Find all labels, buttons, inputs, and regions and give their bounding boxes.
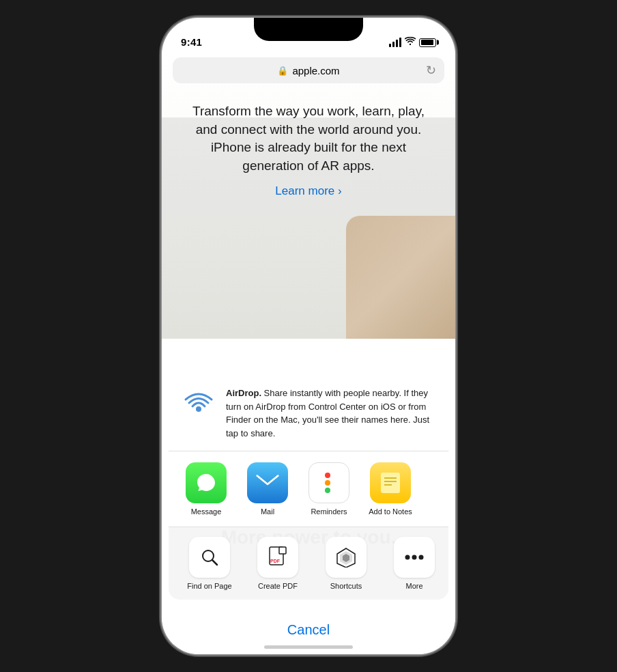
lock-icon: 🔒 — [277, 66, 288, 76]
airdrop-title: AirDrop. — [226, 388, 261, 398]
svg-point-1 — [196, 406, 201, 412]
screen: 9:41 — [162, 18, 455, 654]
signal-bar-1 — [389, 44, 391, 47]
reload-button[interactable]: ↻ — [426, 63, 436, 78]
message-app-icon — [186, 462, 227, 503]
svg-line-9 — [212, 560, 217, 565]
action-more[interactable]: More — [380, 537, 448, 590]
signal-bar-4 — [399, 38, 401, 47]
reminder-line-3 — [325, 488, 333, 493]
reminder-dot-1 — [325, 473, 330, 478]
svg-point-16 — [405, 555, 410, 560]
notch — [254, 18, 363, 41]
reminder-dot-3 — [325, 488, 330, 493]
airdrop-description: AirDrop. Share instantly with people nea… — [226, 387, 436, 440]
find-on-page-icon — [189, 537, 230, 578]
notes-app-label: Add to Notes — [369, 507, 412, 516]
airdrop-icon — [181, 387, 216, 422]
reminders-app-label: Reminders — [311, 507, 347, 516]
svg-rect-11 — [279, 547, 286, 554]
reminders-icon-inner — [319, 467, 339, 499]
wifi-icon — [405, 37, 416, 48]
share-apps-row: Message Mail — [169, 451, 448, 527]
share-app-message[interactable]: Message — [175, 462, 237, 516]
more-icon — [394, 537, 435, 578]
reminder-line-1 — [325, 473, 333, 478]
notes-app-icon — [370, 462, 411, 503]
action-find-on-page[interactable]: Find on Page — [175, 537, 244, 590]
airdrop-banner: AirDrop. Share instantly with people nea… — [169, 374, 448, 451]
share-app-mail[interactable]: Mail — [237, 462, 298, 516]
browser-background: 🔒 apple.com ↻ Transform the way you work… — [162, 52, 455, 339]
share-app-reminders[interactable]: Reminders — [298, 462, 360, 516]
share-app-notes[interactable]: Add to Notes — [360, 462, 421, 516]
action-shortcuts[interactable]: Shortcuts — [312, 537, 380, 590]
action-create-pdf[interactable]: PDF Create PDF — [244, 537, 312, 590]
battery-icon — [419, 38, 436, 47]
url-text: apple.com — [292, 65, 339, 76]
reminders-app-icon — [308, 462, 349, 503]
share-actions-row: Find on Page PDF Create PDF — [169, 527, 448, 600]
status-time: 9:41 — [181, 36, 202, 48]
svg-point-17 — [412, 555, 417, 560]
address-bar[interactable]: 🔒 apple.com ↻ — [173, 57, 444, 83]
svg-point-0 — [410, 44, 411, 45]
svg-rect-4 — [381, 473, 400, 493]
reminder-dot-2 — [325, 480, 330, 486]
reminder-line-2 — [325, 480, 333, 486]
svg-text:PDF: PDF — [270, 559, 281, 563]
create-pdf-icon: PDF — [257, 537, 298, 578]
share-sheet: AirDrop. Share instantly with people nea… — [162, 374, 455, 600]
signal-bars-icon — [389, 38, 401, 47]
create-pdf-label: Create PDF — [258, 582, 298, 590]
signal-bar-3 — [396, 40, 398, 47]
phone-frame: 9:41 — [162, 18, 455, 654]
shortcuts-label: Shortcuts — [330, 582, 362, 590]
find-on-page-label: Find on Page — [187, 582, 231, 590]
mail-app-label: Mail — [261, 507, 274, 516]
signal-bar-2 — [392, 42, 394, 47]
message-app-label: Message — [191, 507, 222, 516]
cancel-label: Cancel — [287, 622, 330, 638]
battery-fill — [421, 40, 433, 45]
status-icons — [389, 37, 436, 48]
mail-app-icon — [247, 462, 288, 503]
home-bar[interactable] — [264, 645, 353, 649]
ar-image — [346, 216, 455, 339]
svg-point-18 — [419, 555, 424, 560]
shortcuts-icon — [326, 537, 367, 578]
more-label: More — [405, 582, 422, 590]
